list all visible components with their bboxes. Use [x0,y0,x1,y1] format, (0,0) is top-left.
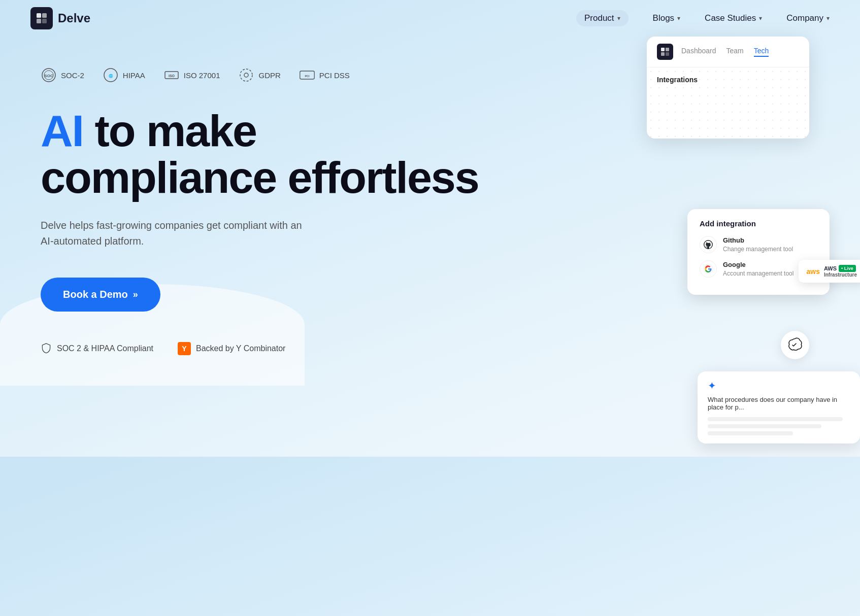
google-info: Google Account management tool [723,261,793,278]
panel-header: Dashboard Team Tech [647,37,809,67]
gdpr-icon [238,67,254,83]
ai-star-icon: ✦ [708,380,850,392]
svg-point-12 [244,73,248,77]
github-integration[interactable]: Github Change management tool [700,236,817,253]
github-info: Github Change management tool [723,236,793,253]
nav-product[interactable]: Product ▾ [576,10,629,26]
tab-tech[interactable]: Tech [754,47,769,57]
pci-icon: PCI [299,67,315,83]
add-integration-title: Add integration [700,219,817,228]
aws-logo-icon: aws [807,267,820,276]
svg-text:🌐: 🌐 [108,74,113,78]
svg-text:ISO: ISO [169,74,175,78]
svg-text:SOC: SOC [44,74,53,78]
hero-headline: AI to makecompliance effortless [41,108,528,201]
aws-badge: aws AWS • Live Infrastructure [799,260,860,283]
nav-links: Product ▾ Blogs ▾ Case Studies ▾ Company… [576,10,830,26]
panel-tabs: Dashboard Team Tech [681,47,769,57]
svg-rect-1 [42,13,47,18]
gdpr-badge: GDPR [238,67,280,83]
panel-logo-icon [657,44,673,60]
hipaa-badge: 🌐 HIPAA [103,67,145,83]
chat-loading-lines [708,417,850,435]
integrations-title: Integrations [657,76,799,84]
dashboard-panel: Dashboard Team Tech Integrations [647,37,809,139]
svg-rect-3 [42,19,47,23]
chevron-down-icon: ▾ [759,15,762,22]
panel-body: Integrations [647,67,809,139]
pci-badge: PCI PCI DSS [299,67,350,83]
navigation: Delve Product ▾ Blogs ▾ Case Studies ▾ C… [0,0,860,37]
yc-badge: Y Backed by Y Combinator [178,342,285,355]
iso-icon: ISO [163,67,180,83]
logo-icon [30,7,53,29]
shield-icon [41,343,52,354]
svg-text:PCI: PCI [305,75,309,78]
chevron-down-icon: ▾ [677,15,680,22]
nav-case-studies[interactable]: Case Studies ▾ [705,13,762,23]
soc2-badge: SOC SOC-2 [41,67,84,83]
soc2-icon: SOC [41,67,57,83]
svg-rect-16 [666,48,669,51]
nav-blogs[interactable]: Blogs ▾ [653,13,681,23]
github-icon [700,236,717,253]
svg-rect-17 [661,52,665,56]
hipaa-icon: 🌐 [103,67,119,83]
soc2-hipaa-badge: SOC 2 & HIPAA Compliant [41,343,153,354]
logo[interactable]: Delve [30,7,90,29]
svg-point-11 [240,69,252,81]
hero-section: SOC SOC-2 🌐 HIPAA ISO ISO 27001 [0,37,860,386]
chevron-down-icon: ▾ [617,15,620,22]
yc-icon: Y [178,342,191,355]
svg-rect-15 [661,48,665,51]
openai-bubble [781,331,809,359]
svg-rect-18 [666,52,669,56]
nav-company[interactable]: Company ▾ [786,13,830,23]
chat-bubble: ✦ What procedures does our company have … [698,371,860,443]
headline-ai: AI [41,106,83,156]
svg-rect-2 [37,19,41,23]
trust-badges: SOC 2 & HIPAA Compliant Y Backed by Y Co… [41,342,819,355]
tab-dashboard[interactable]: Dashboard [681,47,716,57]
chat-text: What procedures does our company have in… [708,396,850,411]
book-demo-button[interactable]: Book a Demo » [41,278,160,312]
hero-subtext: Delve helps fast-growing companies get c… [41,218,315,249]
tab-team[interactable]: Team [726,47,744,57]
svg-rect-0 [37,13,41,18]
arrows-icon: » [133,289,138,300]
google-icon [700,260,717,278]
iso-badge: ISO ISO 27001 [163,67,220,83]
chevron-down-icon: ▾ [826,15,830,22]
logo-text: Delve [58,11,90,25]
